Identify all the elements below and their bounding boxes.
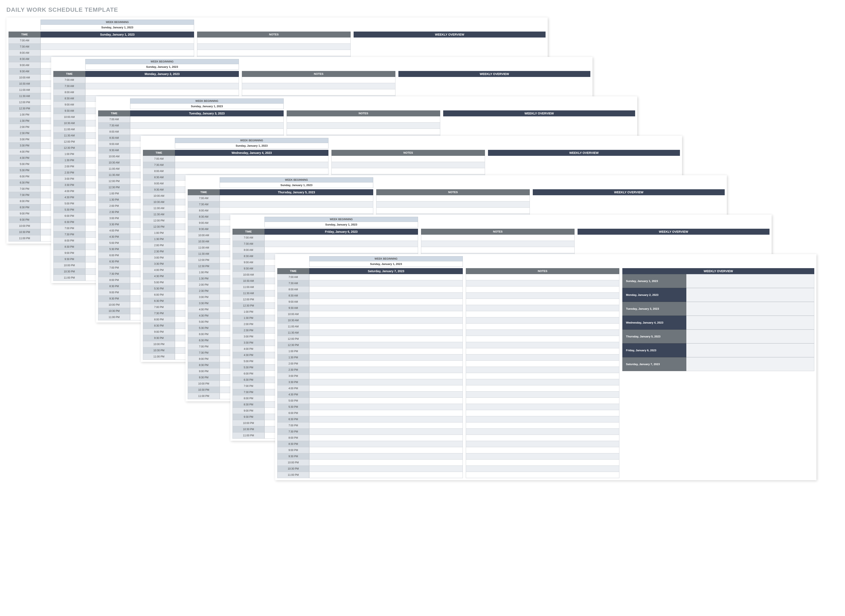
notes-cell[interactable]	[466, 311, 619, 317]
notes-cell[interactable]	[466, 348, 619, 355]
notes-cell[interactable]	[466, 459, 619, 466]
notes-cell[interactable]	[466, 324, 619, 330]
notes-cell[interactable]	[466, 416, 619, 422]
schedule-cell[interactable]	[41, 50, 194, 56]
notes-cell[interactable]	[466, 336, 619, 342]
schedule-cell[interactable]	[309, 330, 463, 336]
notes-cell[interactable]	[287, 123, 440, 129]
schedule-cell[interactable]	[309, 311, 463, 317]
schedule-cell[interactable]	[309, 429, 463, 435]
schedule-cell[interactable]	[309, 459, 463, 466]
notes-cell[interactable]	[466, 305, 619, 311]
notes-cell[interactable]	[466, 274, 619, 280]
notes-cell[interactable]	[197, 38, 351, 44]
schedule-cell[interactable]	[309, 342, 463, 348]
schedule-cell[interactable]	[220, 208, 373, 214]
schedule-cell[interactable]	[265, 241, 418, 247]
notes-cell[interactable]	[466, 280, 619, 286]
notes-cell[interactable]	[376, 208, 530, 214]
schedule-cell[interactable]	[309, 410, 463, 416]
notes-cell[interactable]	[466, 286, 619, 293]
notes-cell[interactable]	[331, 168, 485, 175]
schedule-cell[interactable]	[220, 201, 373, 208]
notes-cell[interactable]	[242, 77, 395, 83]
notes-cell[interactable]	[466, 422, 619, 429]
notes-cell[interactable]	[466, 398, 619, 404]
notes-cell[interactable]	[466, 373, 619, 379]
notes-cell[interactable]	[421, 235, 575, 241]
schedule-cell[interactable]	[309, 404, 463, 410]
schedule-cell[interactable]	[85, 77, 239, 83]
schedule-cell[interactable]	[265, 247, 418, 253]
schedule-cell[interactable]	[309, 293, 463, 299]
notes-cell[interactable]	[466, 317, 619, 324]
notes-cell[interactable]	[466, 429, 619, 435]
notes-cell[interactable]	[287, 129, 440, 135]
notes-cell[interactable]	[287, 116, 440, 123]
schedule-cell[interactable]	[309, 317, 463, 324]
notes-cell[interactable]	[242, 89, 395, 95]
schedule-cell[interactable]	[175, 162, 328, 168]
schedule-cell[interactable]	[309, 324, 463, 330]
schedule-cell[interactable]	[130, 123, 284, 129]
schedule-cell[interactable]	[309, 336, 463, 342]
schedule-cell[interactable]	[309, 422, 463, 429]
notes-cell[interactable]	[466, 330, 619, 336]
notes-cell[interactable]	[421, 247, 575, 253]
schedule-cell[interactable]	[309, 286, 463, 293]
notes-cell[interactable]	[331, 162, 485, 168]
schedule-cell[interactable]	[309, 299, 463, 305]
notes-cell[interactable]	[466, 447, 619, 453]
notes-cell[interactable]	[466, 367, 619, 373]
notes-cell[interactable]	[421, 241, 575, 247]
schedule-cell[interactable]	[309, 447, 463, 453]
notes-cell[interactable]	[466, 293, 619, 299]
notes-cell[interactable]	[466, 404, 619, 410]
schedule-cell[interactable]	[220, 195, 373, 201]
notes-cell[interactable]	[466, 355, 619, 361]
overview-event-cell[interactable]	[686, 330, 814, 343]
schedule-cell[interactable]	[309, 379, 463, 386]
schedule-cell[interactable]	[309, 373, 463, 379]
schedule-cell[interactable]	[175, 168, 328, 175]
schedule-cell[interactable]	[309, 280, 463, 286]
notes-cell[interactable]	[242, 83, 395, 89]
schedule-cell[interactable]	[130, 116, 284, 123]
notes-cell[interactable]	[466, 472, 619, 478]
schedule-cell[interactable]	[309, 274, 463, 280]
notes-cell[interactable]	[466, 435, 619, 441]
schedule-cell[interactable]	[309, 416, 463, 422]
overview-event-cell[interactable]	[686, 288, 814, 302]
notes-cell[interactable]	[466, 453, 619, 459]
notes-cell[interactable]	[466, 410, 619, 416]
schedule-cell[interactable]	[309, 361, 463, 367]
schedule-cell[interactable]	[130, 129, 284, 135]
schedule-cell[interactable]	[175, 156, 328, 162]
notes-cell[interactable]	[376, 195, 530, 201]
schedule-cell[interactable]	[309, 392, 463, 398]
overview-event-cell[interactable]	[686, 302, 814, 316]
notes-cell[interactable]	[466, 342, 619, 348]
schedule-cell[interactable]	[309, 435, 463, 441]
notes-cell[interactable]	[466, 392, 619, 398]
notes-cell[interactable]	[466, 466, 619, 472]
schedule-cell[interactable]	[85, 89, 239, 95]
overview-event-cell[interactable]	[686, 343, 814, 357]
schedule-cell[interactable]	[309, 453, 463, 459]
schedule-cell[interactable]	[309, 386, 463, 392]
notes-cell[interactable]	[466, 441, 619, 447]
schedule-cell[interactable]	[309, 305, 463, 311]
schedule-cell[interactable]	[85, 83, 239, 89]
schedule-cell[interactable]	[309, 367, 463, 373]
notes-cell[interactable]	[197, 44, 351, 50]
notes-cell[interactable]	[466, 386, 619, 392]
notes-cell[interactable]	[466, 361, 619, 367]
schedule-cell[interactable]	[41, 44, 194, 50]
notes-cell[interactable]	[466, 379, 619, 386]
notes-cell[interactable]	[197, 50, 351, 56]
notes-cell[interactable]	[466, 299, 619, 305]
schedule-cell[interactable]	[309, 355, 463, 361]
schedule-cell[interactable]	[309, 441, 463, 447]
notes-cell[interactable]	[376, 201, 530, 208]
schedule-cell[interactable]	[309, 466, 463, 472]
